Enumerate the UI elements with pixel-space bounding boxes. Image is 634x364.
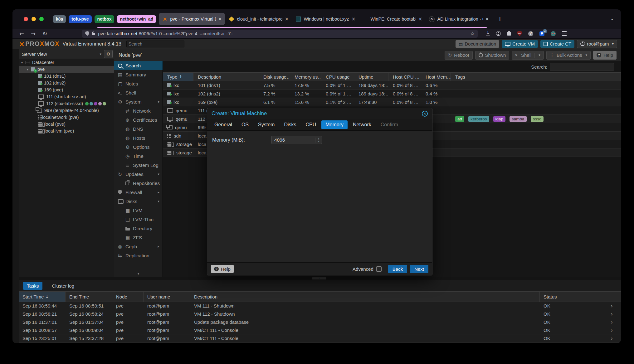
view-selector[interactable]: Server View ▾ ⚙ [19,49,114,59]
row-chevron-icon[interactable]: › [599,319,621,325]
lock-icon[interactable] [92,33,95,35]
tab-memory[interactable]: Memory [321,120,348,129]
tab-cpu[interactable]: CPU [302,119,320,130]
column-cpu-usage[interactable]: CPU usage [321,73,354,81]
tab-close-icon[interactable]: × [352,16,356,22]
tree-item-169[interactable]: 169 (pxe) [19,86,114,93]
nav-item-lvm[interactable]: ■LVM [114,206,163,215]
nav-item-updates[interactable]: ↻Updates▾ [114,170,163,179]
tree-item-localnetwork[interactable]: localnetwork (pve) [19,114,114,121]
expander-icon[interactable]: ▾ [27,68,31,71]
column-description[interactable]: Description [190,292,540,302]
tree-item-datacenter[interactable]: ▾ Datacenter [19,59,114,66]
column-start-time[interactable]: Start Time↓ [19,292,66,302]
reboot-button[interactable]: ↻Reboot [445,51,473,60]
nav-item-hosts[interactable]: ◍Hosts [114,133,163,143]
column-description[interactable]: Description [193,73,259,81]
column-disk-usage[interactable]: Disk usage… [259,73,290,81]
column-memory-usage[interactable]: Memory us… [290,73,321,81]
bitwarden-icon[interactable]: 4 [539,31,544,36]
tab-group-netboot-win-ad[interactable]: netboot+win_ad [117,15,156,23]
shell-button[interactable]: >_Shell▾ [512,51,544,60]
tab-group-netbox[interactable]: netbox [95,15,115,23]
tab-os[interactable]: OS [237,119,253,130]
new-tab-button[interactable]: + [497,15,503,23]
tab-proxmox[interactable]: × pve - Proxmox Virtual Environme × [159,13,225,25]
list-all-tabs-icon[interactable]: ⌄ [610,16,614,21]
tracking-shield-icon[interactable] [85,31,89,36]
back-icon[interactable]: ← [19,30,24,37]
zoom-window-button[interactable] [39,17,44,21]
table-row[interactable]: lxc 101 (dns1) 7.5 % 17.9 % 0.0% of 1 … … [163,81,621,90]
tree-item-101[interactable]: 101 (dns1) [19,73,114,80]
ublock-icon[interactable]: U0 [517,31,522,36]
row-chevron-icon[interactable]: › [599,335,621,342]
next-button[interactable]: Next [410,265,428,273]
tree-item-999[interactable]: 999 (template-24.04-noble) [19,107,114,114]
documentation-button[interactable]: ▤Documentation [456,40,499,48]
table-search-input[interactable] [550,63,614,70]
chevron-down-icon[interactable]: ▾ [539,53,540,57]
column-end-time[interactable]: End Time [66,292,112,302]
tab-cloud-init[interactable]: cloud_init - telmate/proxmox - C × [226,13,292,25]
global-search-input[interactable] [126,41,184,47]
nav-item-repositories[interactable]: Repositories [114,179,163,188]
table-row[interactable]: lxc 169 (pxe) 6.1 % 15.6 % 0.1% of 2 … 1… [163,98,621,106]
nav-item-lvm-thin[interactable]: □LVM-Thin [114,215,163,224]
tab-network[interactable]: Network [349,119,375,130]
tab-general[interactable]: General [210,119,236,130]
column-uptime[interactable]: Uptime [354,73,388,81]
nav-item-system[interactable]: ⚙System▾ [114,97,163,106]
memory-input[interactable] [272,137,315,143]
column-status[interactable]: Status [540,292,599,302]
reload-icon[interactable]: ↻ [42,30,47,37]
task-row[interactable]: Sep 16 00:08:57Sep 16 00:09:04pveroot@pa… [19,326,621,334]
nav-item-options[interactable]: ⚙Options [114,143,163,152]
tab-close-icon[interactable]: × [218,16,222,22]
expand-arrow-icon[interactable]: ▾ [158,100,159,104]
tree-item-111[interactable]: 111 (sbx-lab-srv-ad) [19,93,114,100]
column-type[interactable]: Type↑ [163,73,193,81]
account-icon[interactable] [496,31,501,36]
bulk-actions-button[interactable]: ⋮Bulk Actions▾ [546,51,591,60]
nav-item-certificates[interactable]: ⊛Certificates [114,115,163,124]
tree-item-pve[interactable]: ▾ pve [19,66,114,73]
nav-item-summary[interactable]: ▤Summary [114,70,163,79]
tab-group-tofu-pve[interactable]: tofu-pve [69,15,91,23]
expand-arrow-icon[interactable]: ▸ [158,190,159,194]
close-icon[interactable]: × [422,111,428,117]
nav-item-time[interactable]: ◷Time [114,152,163,161]
tree-item-102[interactable]: 102 (dns2) [19,80,114,86]
column-tags[interactable]: Tags [451,73,621,81]
nav-item-network[interactable]: ⇄Network [114,106,163,115]
forward-icon[interactable]: → [31,30,36,37]
task-row[interactable]: Sep 15 23:25:01Sep 15 23:37:28pveroot@pa… [19,334,621,342]
tab-close-icon[interactable]: × [285,16,289,22]
spinner-arrows-icon[interactable]: ▴▾ [315,138,322,143]
tab-cluster-log[interactable]: Cluster log [48,282,78,290]
download-icon[interactable]: ↓ [486,31,490,36]
row-chevron-icon[interactable]: › [599,327,621,333]
splitter-handle[interactable]: ▾ [312,277,326,279]
robot-extension-icon[interactable] [551,31,556,36]
close-window-button[interactable] [24,17,28,21]
column-host-cpu[interactable]: Host CPU … [388,73,421,81]
nav-item-replication[interactable]: ⇆Replication [114,251,163,260]
create-ct-button[interactable]: Create CT [540,40,574,48]
expand-arrow-icon[interactable]: ▾ [158,199,159,203]
column-host-mem[interactable]: Host Mem… [421,73,451,81]
nav-item-notes[interactable]: ▢Notes [114,79,163,88]
tab-group-k8s[interactable]: k8s [53,15,66,23]
tab-winpe[interactable]: WinPE: Create bootable media | × [359,13,425,25]
tab-ad-linux[interactable]: OI AD Linux Integration · Open × [426,13,492,25]
tab-disks[interactable]: Disks [280,119,300,130]
expander-icon[interactable]: ▾ [21,61,26,64]
task-row[interactable]: Sep 16 01:37:01Sep 16 01:37:04pveroot@pa… [19,318,621,326]
help-button[interactable]: ?Help [211,265,234,273]
nav-item-system-log[interactable]: ≣System Log [114,161,163,170]
tree-settings-gear-icon[interactable]: ⚙ [104,50,113,58]
row-chevron-icon[interactable]: › [599,303,621,309]
table-row[interactable]: lxc 102 (dns2) 7.2 % 13.2 % 0.0% of 1 … … [163,90,621,98]
url-bar[interactable]: pve.lab.softbox.net:8006/#v1:0:=node%2Fp… [82,30,478,38]
tab-tasks[interactable]: Tasks [23,282,42,290]
